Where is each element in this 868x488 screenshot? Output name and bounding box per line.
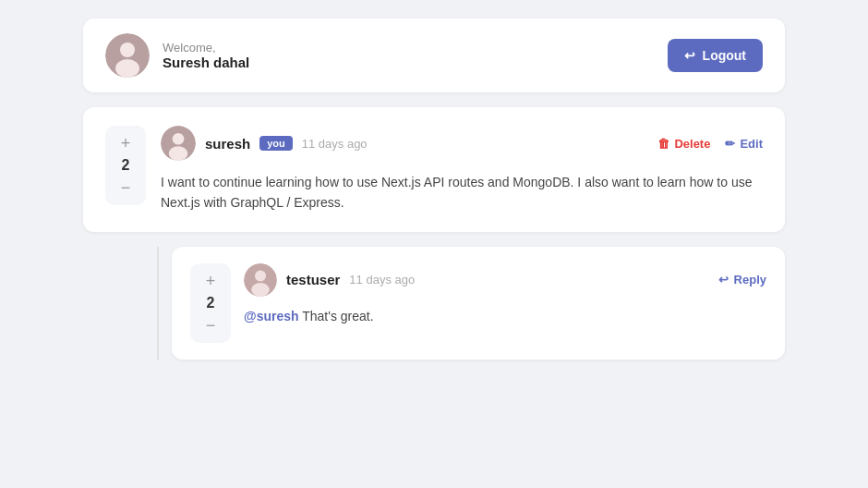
reply-vote-up-button[interactable]: + [206,273,216,289]
you-badge: you [259,136,293,151]
vote-count: 2 [122,157,130,174]
vote-up-button[interactable]: + [121,135,131,152]
logout-button[interactable]: ↩ Logout [668,39,763,72]
reply-content: testuser 11 days ago ↩ Reply @suresh Tha… [244,263,766,326]
post-avatar [161,126,196,161]
reply-vote-count: 2 [207,295,215,311]
pencil-icon: ✏ [725,137,735,151]
reply-section: + 2 − testuser 11 days ago ↩ Reply [83,247,785,360]
reply-button[interactable]: ↩ Reply [718,273,766,287]
vote-down-button[interactable]: − [121,179,131,196]
reply-author: testuser [286,272,340,287]
reply-card: + 2 − testuser 11 days ago ↩ Reply [172,247,785,360]
avatar [105,33,150,78]
logout-label: Logout [703,48,746,63]
post-card: + 2 − suresh you 11 days ago 🗑 Delete ✏ … [83,107,785,232]
reply-vote-down-button[interactable]: − [206,317,216,334]
logout-icon: ↩ [684,48,695,63]
reply-time: 11 days ago [349,273,415,287]
post-header: suresh you 11 days ago 🗑 Delete ✏ Edit [161,126,763,161]
reply-arrow-icon: ↩ [718,273,729,287]
reply-vote-column: + 2 − [190,263,231,343]
edit-label: Edit [740,137,763,151]
welcome-text: Welcome, Suresh dahal [163,41,249,70]
connector-line [157,247,159,360]
edit-button[interactable]: ✏ Edit [725,137,763,151]
header-left: Welcome, Suresh dahal [105,33,249,78]
reply-body: @suresh That's great. [244,306,766,326]
user-name: Suresh dahal [163,55,249,70]
reply-header: testuser 11 days ago ↩ Reply [244,263,766,297]
welcome-label: Welcome, [163,41,249,55]
delete-label: Delete [674,137,710,151]
post-author: suresh [205,136,250,152]
post-body: I want to continue learning how to use N… [161,172,763,214]
mention: @suresh [244,309,299,323]
header-card: Welcome, Suresh dahal ↩ Logout [83,18,785,92]
vote-column: + 2 − [105,126,146,205]
post-time: 11 days ago [302,137,368,151]
reply-body-text: That's great. [299,309,374,323]
reply-label: Reply [734,273,766,287]
trash-icon: 🗑 [657,137,669,151]
reply-avatar [244,263,277,297]
post-content: suresh you 11 days ago 🗑 Delete ✏ Edit I… [161,126,763,214]
post-actions: 🗑 Delete ✏ Edit [657,137,763,151]
delete-button[interactable]: 🗑 Delete [657,137,710,151]
